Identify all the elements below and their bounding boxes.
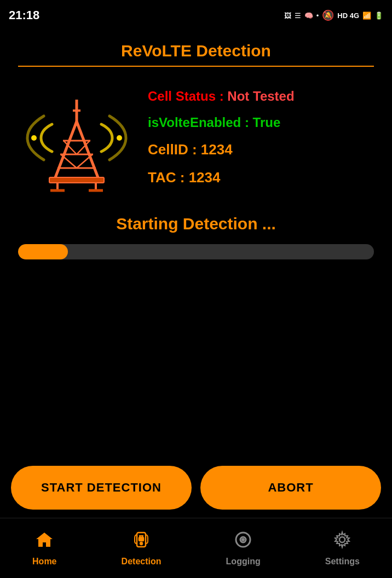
volte-enabled: isVolteEnabled : True (148, 115, 295, 130)
tower-icon (22, 83, 131, 193)
logging-icon (234, 530, 252, 553)
svg-point-20 (140, 542, 142, 545)
nav-label-settings: Settings (325, 557, 360, 567)
nav-item-detection[interactable]: Detection (122, 530, 162, 567)
svg-rect-13 (49, 177, 104, 183)
nav-item-logging[interactable]: Logging (226, 530, 261, 567)
tac: TAC : 1234 (148, 169, 295, 186)
nav-item-settings[interactable]: Settings (325, 530, 360, 567)
settings-icon (333, 530, 351, 553)
status-text-container: Cell Status : Not Tested isVolteEnabled … (148, 83, 295, 186)
svg-line-11 (61, 154, 77, 168)
home-icon (35, 530, 54, 553)
gallery-icon: 🖼 (284, 11, 291, 20)
brain-icon: 🧠 (304, 11, 313, 20)
signal-icon: 📶 (362, 11, 371, 20)
info-section: Cell Status : Not Tested isVolteEnabled … (16, 83, 376, 193)
main-content: ReVoLTE Detection (0, 31, 392, 463)
messages-icon: ☰ (295, 11, 301, 20)
progress-fill (18, 244, 68, 259)
battery-icon: 🔋 (374, 11, 383, 20)
status-bar: 21:18 🖼 ☰ 🧠 • 🔕 HD 4G 📶 🔋 (0, 0, 392, 31)
nav-label-detection: Detection (122, 557, 162, 567)
tac-label: TAC : (148, 169, 189, 186)
cell-status-label: Cell Status : (148, 89, 227, 103)
cell-id-label: CellID : (148, 141, 201, 158)
svg-rect-22 (139, 537, 143, 541)
svg-point-25 (243, 539, 244, 540)
cell-id: CellID : 1234 (148, 141, 295, 158)
tower-container (16, 83, 137, 193)
cell-status-value: Not Tested (227, 89, 294, 103)
status-icons: 🖼 ☰ 🧠 • 🔕 HD 4G 📶 🔋 (284, 9, 383, 21)
progress-bar-container (18, 244, 374, 259)
nav-label-home: Home (32, 557, 56, 567)
buttons-section: START DETECTION ABORT (0, 458, 392, 518)
cell-status: Cell Status : Not Tested (148, 89, 295, 104)
svg-point-0 (31, 135, 37, 141)
start-detection-button[interactable]: START DETECTION (11, 466, 192, 510)
dot-icon: • (316, 11, 319, 20)
volte-label: isVolteEnabled : (148, 115, 253, 130)
svg-line-12 (77, 154, 93, 168)
mute-icon: 🔕 (322, 9, 334, 21)
svg-marker-18 (36, 533, 53, 547)
bottom-nav: Home Detection L (0, 518, 392, 578)
svg-point-26 (339, 537, 345, 542)
volte-value: True (253, 115, 281, 130)
title-divider (18, 66, 374, 67)
nav-label-logging: Logging (226, 557, 261, 567)
network-label: HD 4G (337, 11, 359, 20)
cell-id-value: 1234 (201, 141, 233, 158)
nav-item-home[interactable]: Home (32, 530, 56, 567)
svg-point-1 (117, 135, 122, 141)
status-time: 21:18 (9, 8, 39, 22)
app-title: ReVoLTE Detection (121, 42, 271, 60)
abort-button[interactable]: ABORT (200, 466, 381, 510)
tac-value: 1234 (189, 169, 221, 186)
detection-icon (132, 530, 151, 553)
detection-status: Starting Detection ... (116, 215, 276, 233)
